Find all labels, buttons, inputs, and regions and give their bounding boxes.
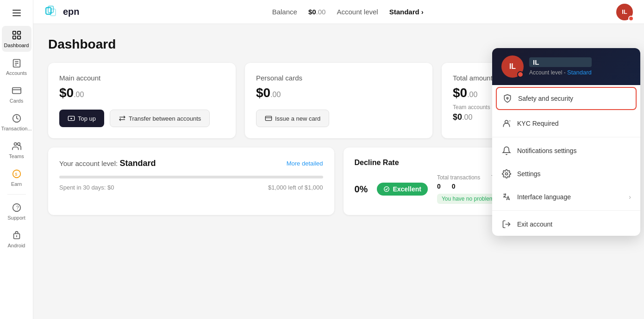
sidebar-earn-label: Earn (11, 181, 22, 187)
decline-rate-title: Decline Rate (355, 159, 399, 167)
sidebar-item-transactions[interactable]: Transaction... (2, 109, 31, 135)
dropdown-settings-label: Settings (517, 170, 541, 178)
account-level-title: Your account level: Standard (59, 159, 156, 168)
sidebar-item-earn[interactable]: $ Earn (2, 165, 31, 190)
issue-card-icon (265, 115, 272, 122)
bell-icon (501, 146, 512, 156)
account-level-value[interactable]: Standard › (389, 8, 424, 16)
dropdown-item-exit[interactable]: Exit account (492, 213, 640, 236)
main-account-actions: Top up Transfer between accounts (59, 110, 225, 127)
menu-button[interactable] (7, 6, 26, 20)
dropdown-item-settings[interactable]: Settings (492, 162, 640, 185)
logo: epn (44, 5, 80, 19)
chevron-right-icon: › (629, 193, 631, 201)
svg-rect-0 (13, 31, 15, 34)
total-tx-value: 0 (437, 183, 441, 190)
dashboard-icon (11, 30, 22, 41)
svg-rect-2 (13, 36, 15, 39)
dropdown-item-notifications[interactable]: Notifications settings (492, 139, 640, 162)
kyc-icon: ? (501, 118, 512, 129)
transfer-button[interactable]: Transfer between accounts (110, 110, 210, 127)
dropdown-level: Account level - Standard (529, 69, 592, 76)
sidebar-item-accounts[interactable]: Accounts (2, 54, 31, 80)
dropdown-item-language[interactable]: Interface language › (492, 185, 640, 209)
teams-icon (11, 141, 22, 152)
sidebar-teams-label: Teams (9, 153, 24, 159)
personal-cards-title: Personal cards (256, 74, 421, 82)
svg-point-34 (506, 173, 508, 175)
issue-card-button[interactable]: Issue a new card (256, 110, 329, 127)
translate-icon (501, 192, 512, 202)
sidebar-support-label: Support (7, 215, 25, 221)
main-account-amount: $0.00 (59, 86, 225, 100)
sidebar-divider (7, 194, 26, 195)
dropdown-divider-2 (492, 210, 640, 211)
dropdown-level-prefix: Account level - (529, 69, 567, 76)
avatar-initials: IL (622, 8, 627, 15)
spent-label: Spent in 30 days: $0 (59, 184, 114, 191)
sidebar-item-teams[interactable]: Teams (2, 137, 31, 163)
dropdown-notifications-label: Notifications settings (517, 147, 576, 154)
main-area: epn Balance $0.00 Account level Standard… (33, 0, 644, 319)
transfer-icon (119, 115, 126, 122)
svg-rect-1 (17, 31, 20, 34)
earn-icon: $ (11, 168, 22, 179)
dropdown-level-link[interactable]: Standard (567, 69, 592, 76)
excellent-label: Excellent (393, 185, 421, 193)
shield-icon (502, 93, 513, 104)
dropdown-safety-label: Safety and security (518, 95, 573, 102)
dropdown-user-info: IL Account level - Standard (529, 57, 592, 76)
topup-icon (68, 115, 75, 122)
sidebar-accounts-label: Accounts (6, 70, 27, 76)
avatar-button[interactable]: IL (616, 4, 633, 20)
dropdown-kyc-label: KYC Required (517, 120, 559, 127)
account-level-card: Your account level: Standard More detail… (48, 147, 334, 215)
dropdown-item-kyc[interactable]: ? KYC Required (492, 112, 640, 135)
account-level-label: Account level (337, 8, 378, 16)
sidebar-transactions-label: Transaction... (1, 126, 31, 131)
sidebar-item-android[interactable]: Android (2, 226, 31, 252)
personal-cards-actions: Issue a new card (256, 110, 421, 127)
cards-icon (11, 85, 22, 96)
topbar: epn Balance $0.00 Account level Standard… (33, 0, 644, 24)
decline-percent: 0% (355, 184, 368, 195)
svg-rect-8 (12, 88, 20, 94)
topbar-center: Balance $0.00 Account level Standard › (272, 8, 424, 16)
exit-icon (501, 219, 512, 229)
personal-cards-card: Personal cards $0.00 Issue a new card (245, 63, 432, 138)
svg-text:?: ? (509, 120, 511, 123)
svg-point-11 (14, 143, 17, 146)
spent-row: Spent in 30 days: $0 $1,000 left of $1,0… (59, 184, 323, 191)
gear-icon (501, 169, 512, 179)
sidebar-item-cards[interactable]: Cards (2, 81, 31, 107)
android-icon (11, 230, 22, 241)
logo-text: epn (63, 6, 80, 17)
avatar-badge (628, 16, 634, 21)
balance-label: Balance (272, 8, 297, 16)
dropdown-divider-1 (492, 137, 640, 137)
svg-rect-3 (17, 36, 20, 39)
transactions-icon (11, 113, 22, 124)
support-icon: ? (11, 202, 22, 213)
sidebar-cards-label: Cards (10, 98, 23, 104)
sidebar-item-dashboard[interactable]: Dashboard (2, 26, 31, 52)
dropdown-avatar: IL (501, 55, 524, 78)
issue-card-label: Issue a new card (275, 115, 320, 122)
dropdown-exit-label: Exit account (517, 221, 552, 228)
sidebar: Dashboard Accounts Cards Transaction... … (0, 0, 33, 319)
dropdown-username: IL (529, 57, 592, 67)
topbar-right: IL (616, 4, 633, 20)
sidebar-item-support[interactable]: ? Support (2, 198, 31, 224)
total-tx-label: Total transactions (437, 174, 480, 181)
dropdown-item-safety[interactable]: Safety and security (496, 87, 637, 110)
svg-point-12 (17, 143, 20, 146)
topup-button[interactable]: Top up (59, 110, 104, 127)
more-detailed-link[interactable]: More detailed (287, 160, 323, 167)
dropdown-header: IL IL Account level - Standard (492, 48, 640, 85)
excellent-badge: Excellent (377, 183, 427, 196)
tx-decline-value: 0 (452, 183, 456, 190)
balance-amount: $0.00 (308, 8, 326, 16)
account-level-header: Your account level: Standard More detail… (59, 159, 323, 168)
sidebar-android-label: Android (8, 243, 25, 248)
dropdown-avatar-badge (517, 71, 524, 78)
